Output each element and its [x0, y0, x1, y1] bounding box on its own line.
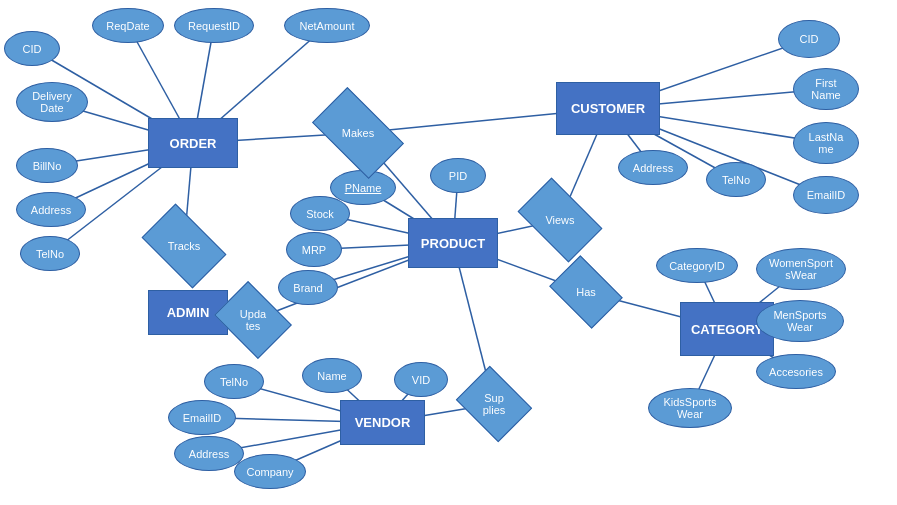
rel-makes: Makes — [318, 108, 398, 158]
attr-telno_ord: TelNo — [20, 236, 80, 271]
rel-tracks: Tracks — [148, 222, 220, 270]
erd-diagram: ORDERCUSTOMERPRODUCTCATEGORYADMINVENDORC… — [0, 0, 897, 505]
rel-updates: Upda tes — [222, 296, 284, 344]
attr-kidssports: KidsSports Wear — [648, 388, 732, 428]
attr-brand: Brand — [278, 270, 338, 305]
attr-categoryid: CategoryID — [656, 248, 738, 283]
attr-telno_ven: TelNo — [204, 364, 264, 399]
attr-netamount: NetAmount — [284, 8, 370, 43]
entity-vendor: VENDOR — [340, 400, 425, 445]
attr-firstname: First Name — [793, 68, 859, 110]
entity-order: ORDER — [148, 118, 238, 168]
attr-accesories: Accesories — [756, 354, 836, 389]
attr-cid_cust: CID — [778, 20, 840, 58]
attr-address_ord: Address — [16, 192, 86, 227]
entity-product: PRODUCT — [408, 218, 498, 268]
attr-name_ven: Name — [302, 358, 362, 393]
attr-delivdate: Delivery Date — [16, 82, 88, 122]
attr-company: Company — [234, 454, 306, 489]
attr-emailid_cust: EmailID — [793, 176, 859, 214]
rel-has: Has — [556, 270, 616, 314]
attr-pid: PID — [430, 158, 486, 193]
attr-requestid: RequestID — [174, 8, 254, 43]
attr-address_ven: Address — [174, 436, 244, 471]
attr-billno: BillNo — [16, 148, 78, 183]
rel-supplies: Sup plies — [464, 380, 524, 428]
attr-womensport: WomenSport sWear — [756, 248, 846, 290]
attr-mensports: MenSports Wear — [756, 300, 844, 342]
attr-mrp: MRP — [286, 232, 342, 267]
attr-address_cust: Address — [618, 150, 688, 185]
attr-vid: VID — [394, 362, 448, 397]
entity-customer: CUSTOMER — [556, 82, 660, 135]
rel-views: Views — [524, 196, 596, 244]
attr-cid_order: CID — [4, 31, 60, 66]
attr-lastname: LastNa me — [793, 122, 859, 164]
attr-telno_cust: TelNo — [706, 162, 766, 197]
attr-stock: Stock — [290, 196, 350, 231]
attr-reqdate: ReqDate — [92, 8, 164, 43]
attr-emailid_ven: EmailID — [168, 400, 236, 435]
